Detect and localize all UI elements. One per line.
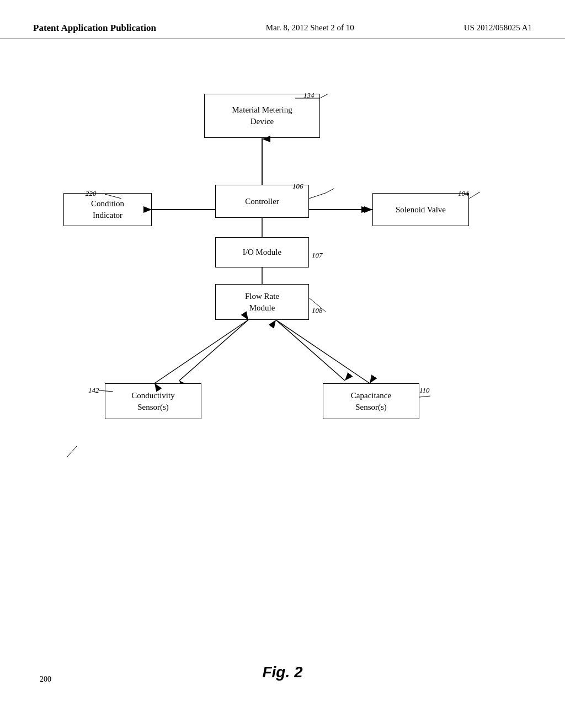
material-metering-ref: 134	[303, 91, 315, 100]
svg-line-18	[154, 320, 248, 383]
solenoid-valve-label: Solenoid Valve	[396, 204, 446, 216]
svg-line-22	[309, 193, 326, 199]
flow-rate-box: Flow RateModule	[215, 284, 309, 320]
page-header: Patent Application Publication Mar. 8, 2…	[0, 0, 565, 39]
controller-label: Controller	[245, 196, 279, 207]
solenoid-valve-ref: 104	[458, 189, 469, 198]
svg-line-24	[469, 192, 480, 199]
publication-title: Patent Application Publication	[33, 22, 156, 34]
svg-line-21	[320, 94, 328, 98]
condition-indicator-box: ConditionIndicator	[63, 193, 152, 226]
diagram-arrows	[33, 88, 532, 662]
svg-line-19	[276, 320, 370, 383]
publication-number: US 2012/058025 A1	[464, 22, 532, 33]
flow-rate-ref: 108	[312, 306, 323, 315]
io-module-ref: 107	[312, 251, 323, 260]
svg-line-29	[67, 446, 77, 457]
capacitance-sensor-box: CapacitanceSensor(s)	[323, 383, 419, 419]
condition-indicator-label: ConditionIndicator	[91, 198, 124, 221]
connectors-svg	[33, 88, 532, 662]
flow-rate-label: Flow RateModule	[245, 291, 279, 314]
io-module-label: I/O Module	[243, 247, 281, 258]
conductivity-sensor-ref: 142	[88, 386, 99, 395]
material-metering-label: Material MeteringDevice	[232, 104, 292, 127]
svg-line-23	[326, 189, 334, 193]
figure-label: Fig. 2	[262, 663, 302, 681]
solenoid-valve-box: Solenoid Valve	[372, 193, 469, 226]
capacitance-sensor-label: CapacitanceSensor(s)	[351, 390, 391, 413]
controller-ref: 106	[292, 182, 303, 191]
figure-number: 200	[40, 675, 51, 684]
io-module-box: I/O Module	[215, 237, 309, 267]
svg-line-11	[179, 320, 248, 381]
diagram-area: Material MeteringDevice 134 Controller 1…	[33, 88, 532, 662]
capacitance-sensor-ref: 110	[419, 386, 430, 395]
svg-line-12	[276, 320, 345, 381]
conductivity-sensor-label: ConductivitySensor(s)	[131, 390, 174, 413]
svg-line-28	[419, 396, 430, 397]
publication-date-sheet: Mar. 8, 2012 Sheet 2 of 10	[266, 22, 354, 33]
condition-indicator-ref: 220	[86, 189, 97, 198]
conductivity-sensor-box: ConductivitySensor(s)	[105, 383, 201, 419]
material-metering-box: Material MeteringDevice	[204, 94, 320, 138]
